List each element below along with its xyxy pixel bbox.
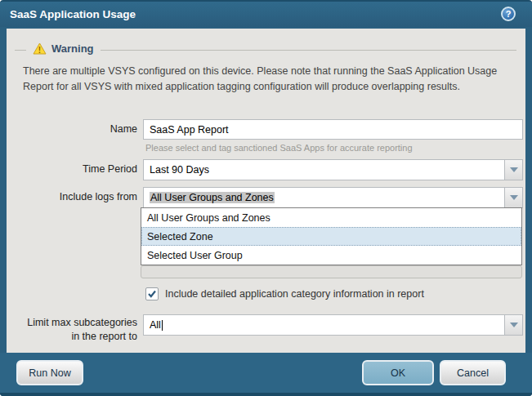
limit-label-line2: in the report to <box>7 330 137 344</box>
limit-subcategories-value: All <box>144 315 504 335</box>
include-logs-label: Include logs from <box>7 191 137 202</box>
time-period-value: Last 90 Days <box>144 160 504 180</box>
name-hint: Please select and tag sanctioned SaaS Ap… <box>145 143 413 153</box>
name-value: SaaS App Report <box>150 124 229 136</box>
chevron-down-icon <box>510 323 518 327</box>
svg-text:!: ! <box>38 46 41 55</box>
limit-value-text: All <box>150 319 161 331</box>
empty-field-behind-dropdown <box>141 265 522 278</box>
limit-subcategories-combo[interactable]: All <box>143 314 523 336</box>
dropdown-option-all-user-groups-and-zones[interactable]: All User Groups and Zones <box>141 208 521 227</box>
warning-legend: ! Warning <box>26 42 101 55</box>
dropdown-option-selected-user-group[interactable]: Selected User Group <box>141 246 521 265</box>
warning-icon: ! <box>33 42 47 55</box>
checkmark-icon <box>147 289 157 299</box>
limit-dropdown-trigger[interactable] <box>504 315 522 335</box>
dialog-content: ! Warning There are multiple VSYS config… <box>7 29 525 353</box>
name-input[interactable]: SaaS App Report <box>143 119 523 140</box>
detail-category-checkbox-label: Include detailed application category in… <box>165 288 424 300</box>
detail-category-checkbox[interactable] <box>145 287 159 300</box>
ok-button[interactable]: OK <box>362 360 434 385</box>
time-period-combo[interactable]: Last 90 Days <box>143 159 523 180</box>
name-label: Name <box>7 123 137 135</box>
warning-title: Warning <box>51 42 94 55</box>
saas-application-usage-dialog: SaaS Application Usage ? ! Warning There… <box>0 0 532 396</box>
warning-text: There are multiple VSYS configured on th… <box>15 51 516 103</box>
dialog-titlebar: SaaS Application Usage ? <box>0 2 532 27</box>
time-period-label: Time Period <box>7 163 137 175</box>
dropdown-option-selected-zone[interactable]: Selected Zone <box>141 227 521 246</box>
selected-text: All User Groups and Zones <box>150 192 275 203</box>
warning-fieldset: ! Warning There are multiple VSYS config… <box>15 50 516 103</box>
dialog-title: SaaS Application Usage <box>10 8 136 20</box>
limit-subcategories-label: Limit max subcategories in the report to <box>7 316 137 344</box>
include-logs-dropdown-trigger[interactable] <box>504 188 522 207</box>
limit-label-line1: Limit max subcategories <box>7 316 137 330</box>
cancel-button[interactable]: Cancel <box>440 360 506 385</box>
include-logs-value: All User Groups and Zones <box>144 188 504 207</box>
run-now-button[interactable]: Run Now <box>16 360 83 385</box>
dialog-footer: Run Now OK Cancel <box>0 353 532 396</box>
chevron-down-icon <box>510 195 518 200</box>
chevron-down-icon <box>510 167 518 172</box>
include-logs-combo[interactable]: All User Groups and Zones <box>143 187 523 208</box>
text-cursor <box>162 320 163 331</box>
help-icon[interactable]: ? <box>501 7 516 21</box>
time-period-dropdown-trigger[interactable] <box>504 160 522 180</box>
include-logs-dropdown-list: All User Groups and Zones Selected Zone … <box>141 207 522 265</box>
